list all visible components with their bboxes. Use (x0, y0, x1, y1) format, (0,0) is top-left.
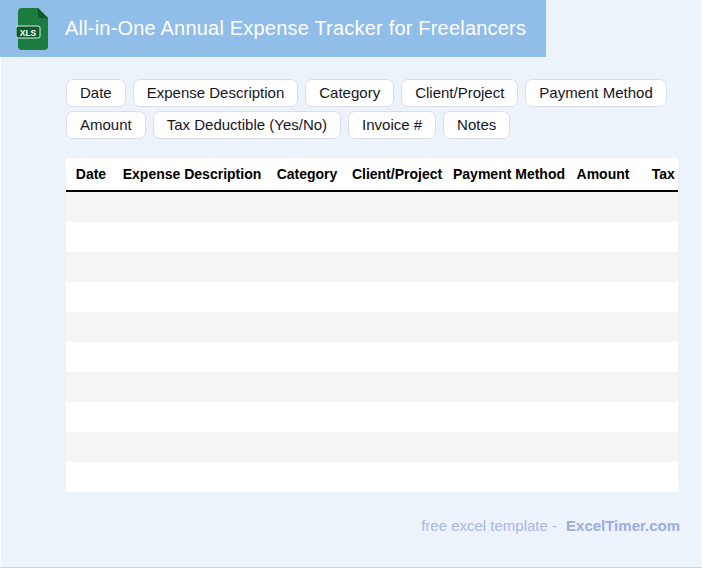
table-cell (636, 222, 678, 252)
table-cell (346, 252, 448, 282)
table-cell (570, 222, 636, 252)
table-cell (636, 462, 678, 492)
table-cell (116, 372, 268, 402)
table-cell (346, 282, 448, 312)
table-cell (268, 312, 346, 342)
table-cell (268, 252, 346, 282)
table-cell (66, 462, 116, 492)
table-cell (116, 222, 268, 252)
table-cell (636, 402, 678, 432)
column-header: Category (268, 158, 346, 191)
table-cell (268, 282, 346, 312)
table-cell (570, 372, 636, 402)
table-cell (116, 252, 268, 282)
table-row (66, 342, 678, 372)
table-cell (66, 252, 116, 282)
table-header-row: DateExpense DescriptionCategoryClient/Pr… (66, 158, 678, 191)
page-title: All-in-One Annual Expense Tracker for Fr… (65, 17, 526, 40)
table-cell (346, 342, 448, 372)
table-cell (636, 342, 678, 372)
table-cell (346, 462, 448, 492)
table-cell (268, 222, 346, 252)
column-header: Date (66, 158, 116, 191)
table-cell (448, 222, 570, 252)
table-cell (346, 372, 448, 402)
table-cell (570, 462, 636, 492)
table-row (66, 462, 678, 492)
footer-brand-link[interactable]: ExcelTimer.com (566, 517, 680, 534)
table-cell (116, 342, 268, 372)
column-chips: DateExpense DescriptionCategoryClient/Pr… (66, 79, 702, 139)
column-header: Client/Project (346, 158, 448, 191)
table-cell (448, 432, 570, 462)
footer-text: free excel template - (421, 517, 557, 534)
table-cell (346, 222, 448, 252)
table-row (66, 252, 678, 282)
table-row (66, 372, 678, 402)
table-cell (268, 462, 346, 492)
column-chip[interactable]: Expense Description (133, 79, 299, 107)
table-cell (66, 191, 116, 222)
table-cell (346, 402, 448, 432)
xls-icon-label: XLS (20, 27, 37, 37)
table-cell (448, 191, 570, 222)
column-header: Tax Deductible (Yes/No) (636, 158, 678, 191)
table-cell (448, 282, 570, 312)
column-chip[interactable]: Category (305, 79, 394, 107)
table-cell (66, 222, 116, 252)
table-cell (116, 312, 268, 342)
table-cell (116, 462, 268, 492)
table-cell (116, 282, 268, 312)
table-cell (570, 191, 636, 222)
table-body (66, 191, 678, 492)
table-cell (636, 191, 678, 222)
table-cell (570, 312, 636, 342)
column-chip[interactable]: Date (66, 79, 126, 107)
table-cell (636, 252, 678, 282)
table-cell (448, 402, 570, 432)
table-row (66, 222, 678, 252)
column-chip[interactable]: Payment Method (525, 79, 666, 107)
table-cell (636, 432, 678, 462)
xls-file-icon: XLS (16, 8, 49, 50)
table-cell (570, 402, 636, 432)
expense-table-container: DateExpense DescriptionCategoryClient/Pr… (66, 158, 678, 492)
table-cell (66, 432, 116, 462)
expense-table: DateExpense DescriptionCategoryClient/Pr… (66, 158, 678, 492)
table-cell (116, 402, 268, 432)
column-chip[interactable]: Tax Deductible (Yes/No) (153, 111, 341, 139)
footer: free excel template - ExcelTimer.com (421, 517, 680, 534)
table-cell (448, 342, 570, 372)
table-cell (570, 342, 636, 372)
table-cell (116, 432, 268, 462)
table-cell (66, 312, 116, 342)
table-row (66, 312, 678, 342)
table-cell (66, 372, 116, 402)
column-chip[interactable]: Notes (443, 111, 510, 139)
table-cell (66, 342, 116, 372)
table-cell (448, 462, 570, 492)
column-chip[interactable]: Client/Project (401, 79, 518, 107)
table-row (66, 282, 678, 312)
column-header: Amount (570, 158, 636, 191)
header-banner: XLS All-in-One Annual Expense Tracker fo… (0, 0, 546, 57)
table-cell (66, 402, 116, 432)
column-chip[interactable]: Invoice # (348, 111, 436, 139)
table-row (66, 191, 678, 222)
table-cell (570, 252, 636, 282)
column-header: Payment Method (448, 158, 570, 191)
column-header: Expense Description (116, 158, 268, 191)
table-cell (268, 191, 346, 222)
table-cell (636, 282, 678, 312)
table-cell (66, 282, 116, 312)
table-cell (268, 432, 346, 462)
column-chip[interactable]: Amount (66, 111, 146, 139)
table-cell (636, 312, 678, 342)
table-cell (268, 372, 346, 402)
table-cell (346, 432, 448, 462)
table-cell (448, 372, 570, 402)
table-cell (448, 252, 570, 282)
table-cell (448, 312, 570, 342)
table-cell (636, 372, 678, 402)
table-cell (346, 191, 448, 222)
